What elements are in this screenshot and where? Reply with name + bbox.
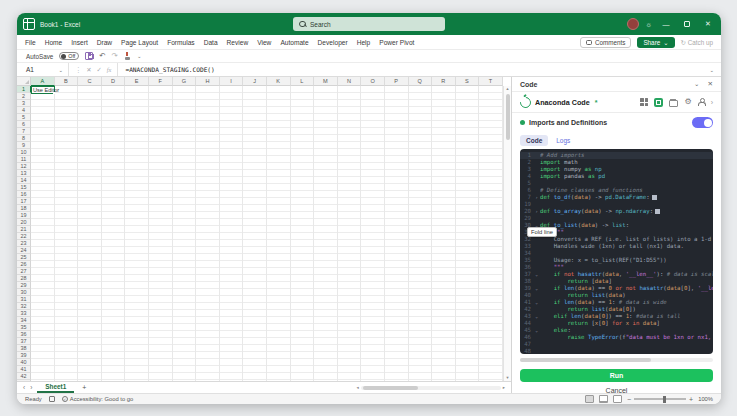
column-header-B[interactable]: B <box>55 77 79 86</box>
column-header-P[interactable]: P <box>385 77 409 86</box>
row-header-35[interactable]: 35 <box>17 324 31 331</box>
menu-view[interactable]: View <box>257 39 271 46</box>
formula-bar-expand-icon[interactable]: ⌄ <box>702 67 721 73</box>
code-line-6[interactable]: 6# Define classes and functions <box>520 187 713 194</box>
next-sheet-icon[interactable]: › <box>30 384 32 391</box>
fold-marker-icon[interactable]: ⌄ <box>533 299 540 306</box>
code-line-19[interactable]: 19 <box>520 201 713 208</box>
code-line-1[interactable]: 1# Add imports <box>520 152 713 159</box>
row-header-13[interactable]: 13 <box>17 170 31 177</box>
row-header-26[interactable]: 26 <box>17 261 31 268</box>
pane-close-icon[interactable]: ✕ <box>708 80 713 88</box>
pane-collapse-icon[interactable]: ⌄ <box>694 80 699 88</box>
column-header-K[interactable]: K <box>267 77 291 86</box>
column-header-Q[interactable]: Q <box>409 77 433 86</box>
code-editor[interactable]: 1# Add imports2import math3import numpy … <box>520 149 713 354</box>
autosave-toggle[interactable]: Off <box>59 52 79 60</box>
row-header-23[interactable]: 23 <box>17 240 31 247</box>
apps-grid-icon[interactable] <box>640 98 648 106</box>
menu-file[interactable]: File <box>25 39 36 46</box>
menu-review[interactable]: Review <box>227 39 249 46</box>
selected-cell-a1[interactable]: Use Editor <box>31 86 55 94</box>
worksheet[interactable]: ABCDEFGHIJKLMNOPQRST 1234567891011121314… <box>17 77 511 381</box>
qat-customize-icon[interactable]: ⌄ <box>137 53 142 59</box>
row-header-25[interactable]: 25 <box>17 254 31 261</box>
code-line-45[interactable]: 45⌄ else: <box>520 327 713 334</box>
imports-toggle[interactable] <box>692 117 713 128</box>
catch-up-button[interactable]: ↻ Catch up <box>681 39 713 46</box>
code-line-41[interactable]: 41⌄ if len(data) == 1: # data is wide <box>520 299 713 306</box>
code-line-35[interactable]: 35 Usage: x = to_list(REF("D1:D55")) <box>520 257 713 264</box>
tab-code[interactable]: Code <box>520 135 548 146</box>
row-header-31[interactable]: 31 <box>17 296 31 303</box>
code-line-7[interactable]: 7›def to_df(data) -> pd.DataFrame: <box>520 194 713 201</box>
run-button[interactable]: Run <box>520 369 713 382</box>
code-line-5[interactable]: 5 <box>520 180 713 187</box>
row-header-20[interactable]: 20 <box>17 219 31 226</box>
restore-button[interactable] <box>680 21 694 27</box>
accessibility-status[interactable]: ✓ Accessibility: Good to go <box>62 396 133 402</box>
row-header-39[interactable]: 39 <box>17 352 31 359</box>
row-header-19[interactable]: 19 <box>17 212 31 219</box>
menu-power-pivot[interactable]: Power Pivot <box>379 39 414 46</box>
code-line-20[interactable]: 20›def to_array(data) -> np.ndarray: <box>520 208 713 215</box>
row-header-21[interactable]: 21 <box>17 226 31 233</box>
row-header-18[interactable]: 18 <box>17 205 31 212</box>
code-line-48[interactable]: 48 <box>520 348 713 354</box>
code-line-37[interactable]: 37⌄ if not hasattr(data, '__len__'): # d… <box>520 271 713 278</box>
code-line-32[interactable]: 32 Converts a REF (i.e. list of lists) i… <box>520 236 713 243</box>
code-line-43[interactable]: 43⌄ elif len(data[0]) == 1: #data is tal… <box>520 313 713 320</box>
account-icon[interactable] <box>698 98 705 106</box>
row-header-27[interactable]: 27 <box>17 268 31 275</box>
macro-record-icon[interactable] <box>49 396 55 402</box>
fold-marker-icon[interactable]: › <box>533 194 540 201</box>
close-button[interactable]: ✕ <box>701 20 715 28</box>
row-header-16[interactable]: 16 <box>17 191 31 198</box>
formula-accept-icon[interactable]: ✓ <box>97 66 102 73</box>
menu-draw[interactable]: Draw <box>97 39 112 46</box>
row-header-34[interactable]: 34 <box>17 317 31 324</box>
code-line-44[interactable]: 44 return [x[0] for x in data] <box>520 320 713 327</box>
formula-cancel-icon[interactable]: ✕ <box>86 66 91 73</box>
column-header-I[interactable]: I <box>220 77 244 86</box>
horizontal-scroll-thumb[interactable] <box>363 386 418 390</box>
row-header-30[interactable]: 30 <box>17 289 31 296</box>
row-header-14[interactable]: 14 <box>17 177 31 184</box>
menu-data[interactable]: Data <box>204 39 218 46</box>
normal-view-button[interactable] <box>585 395 594 403</box>
column-header-C[interactable]: C <box>78 77 102 86</box>
column-header-H[interactable]: H <box>196 77 220 86</box>
save-icon[interactable] <box>85 52 93 60</box>
row-header-24[interactable]: 24 <box>17 247 31 254</box>
search-box[interactable]: Search <box>293 17 445 31</box>
folder-icon[interactable] <box>669 100 678 107</box>
zoom-out-icon[interactable]: − <box>627 396 631 403</box>
code-line-4[interactable]: 4import pandas as pd <box>520 173 713 180</box>
fold-marker-icon[interactable]: ⌄ <box>533 313 540 320</box>
insert-function-icon[interactable]: fx <box>107 66 112 73</box>
row-header-2[interactable]: 2 <box>17 93 31 100</box>
sheet-tab-sheet1[interactable]: Sheet1 <box>37 382 74 393</box>
redo-icon[interactable]: ↷ <box>112 52 118 60</box>
column-header-A[interactable]: A <box>31 77 55 86</box>
code-line-36[interactable]: 36 """ <box>520 264 713 271</box>
format-painter-icon[interactable] <box>124 52 131 60</box>
vertical-scrollbar[interactable]: ▲ ▼ <box>503 86 511 381</box>
workbook-icon[interactable] <box>654 98 663 107</box>
row-header-40[interactable]: 40 <box>17 359 31 366</box>
menu-automate[interactable]: Automate <box>280 39 308 46</box>
code-line-33[interactable]: 33 Handles wide (1xn) or tall (nx1) data… <box>520 243 713 250</box>
formula-input[interactable]: =ANACONDA_STAGING.CODE() <box>118 66 702 73</box>
horizontal-scrollbar[interactable]: ◂ ▸ <box>356 385 505 390</box>
code-line-46[interactable]: 46 raise TypeError(f"data must be 1xn or… <box>520 334 713 341</box>
column-header-O[interactable]: O <box>361 77 385 86</box>
folded-code-box[interactable] <box>652 195 657 201</box>
row-header-11[interactable]: 11 <box>17 156 31 163</box>
row-header-3[interactable]: 3 <box>17 100 31 107</box>
editor-scroll-thumb[interactable] <box>520 358 651 362</box>
gear-icon[interactable]: ⚙ <box>684 98 691 106</box>
zoom-slider-thumb[interactable] <box>663 396 666 403</box>
name-box-chevron-icon[interactable]: ⌄ <box>58 67 63 73</box>
fold-marker-icon[interactable]: ⌄ <box>533 271 540 278</box>
user-avatar[interactable] <box>627 18 639 30</box>
